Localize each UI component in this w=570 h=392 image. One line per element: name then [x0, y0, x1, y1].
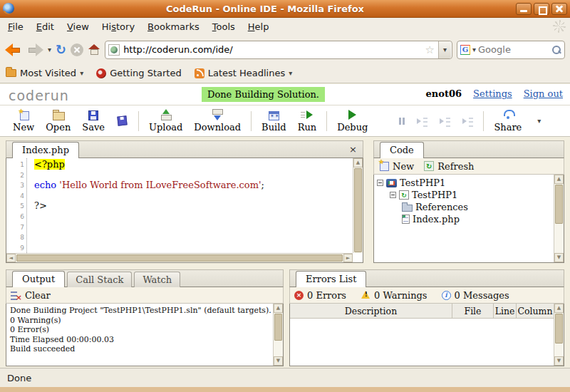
tab-output[interactable]: Output: [12, 271, 65, 287]
maximize-button[interactable]: [534, 3, 549, 15]
menu-bookmarks[interactable]: Bookmarks: [141, 19, 206, 34]
menu-history[interactable]: History: [95, 19, 141, 34]
save-all-button[interactable]: [110, 114, 134, 128]
code-line: [34, 222, 353, 233]
string-literal: 'Hello World from ILoveFreeSoftware.com': [59, 180, 261, 190]
code-area[interactable]: 12 34 56 78 9 <?php echo 'Hello World fr…: [6, 158, 353, 253]
scrollbar-thumb[interactable]: [16, 254, 343, 262]
upload-button[interactable]: Upload: [143, 108, 188, 134]
scroll-up-icon[interactable]: ▲: [274, 304, 283, 313]
close-tab-icon[interactable]: ×: [349, 145, 357, 154]
pause-button: [393, 114, 410, 128]
status-bar: Done: [0, 368, 570, 387]
tab-errors-list[interactable]: Errors List: [296, 271, 366, 287]
bookmark-latest-headlines[interactable]: Latest Headlines ▾: [195, 68, 293, 78]
minimize-button[interactable]: [516, 3, 532, 15]
run-icon: [301, 110, 313, 119]
save-button[interactable]: Save: [76, 108, 110, 134]
scrollbar-thumb[interactable]: [555, 185, 563, 224]
clear-button[interactable]: Clear: [11, 290, 51, 301]
tree-item-references[interactable]: References: [377, 201, 554, 213]
tree-item-index-php[interactable]: Index.php: [377, 213, 554, 225]
tab-watch[interactable]: Watch: [134, 272, 180, 287]
bookmark-star-icon[interactable]: ☆: [425, 43, 435, 56]
bookmark-most-visited[interactable]: Most Visited ▾: [6, 68, 83, 78]
reload-button[interactable]: ↻: [56, 43, 66, 56]
url-dropdown-button[interactable]: ▾: [438, 41, 451, 58]
tab-call-stack[interactable]: Call Stack: [67, 272, 132, 287]
forward-button[interactable]: [26, 43, 43, 56]
scroll-down-icon[interactable]: ▼: [554, 253, 564, 262]
scroll-left-icon[interactable]: ◄: [6, 254, 16, 262]
button-label: Share: [494, 122, 522, 133]
editor-body[interactable]: 12 34 56 78 9 <?php echo 'Hello World fr…: [6, 158, 363, 263]
column-column[interactable]: Column: [517, 304, 554, 319]
scrollbar-thumb[interactable]: [555, 314, 563, 344]
download-button[interactable]: Download: [188, 108, 247, 134]
signout-link[interactable]: Sign out: [524, 88, 563, 99]
menu-view[interactable]: View: [61, 19, 95, 34]
home-button[interactable]: [88, 44, 100, 56]
open-button[interactable]: Open: [40, 108, 76, 134]
collapse-icon[interactable]: [377, 180, 383, 186]
debug-button[interactable]: Debug: [331, 108, 373, 134]
url-bar[interactable]: ☆ ▾: [105, 41, 452, 59]
scroll-up-icon[interactable]: ▲: [353, 158, 363, 167]
php-file-icon: [402, 215, 410, 224]
run-button[interactable]: Run: [292, 108, 323, 134]
build-status-banner: Done Building Solution.: [202, 87, 325, 102]
solution-tree-body: TestPHP1 ↻ TestPHP1 References Index.php: [373, 175, 564, 263]
errors-vertical-scrollbar[interactable]: ▲ ▼: [554, 304, 564, 366]
build-button[interactable]: Build: [256, 108, 292, 134]
back-button[interactable]: [5, 43, 22, 56]
close-button[interactable]: [551, 3, 567, 15]
menu-edit[interactable]: Edit: [30, 19, 61, 34]
debug-icon: [348, 110, 356, 120]
errors-count[interactable]: × 0 Errors: [294, 290, 346, 301]
menu-help[interactable]: Help: [242, 19, 276, 34]
tree-item-project[interactable]: ↻ TestPHP1: [377, 189, 554, 201]
editor-horizontal-scrollbar[interactable]: ◄ ►: [6, 253, 353, 262]
scrollbar-thumb[interactable]: [274, 314, 282, 341]
search-magnifier-icon[interactable]: [551, 45, 561, 55]
new-button[interactable]: New: [7, 108, 40, 134]
scroll-right-icon[interactable]: ►: [343, 254, 353, 262]
share-button[interactable]: Share: [488, 108, 527, 134]
messages-count[interactable]: i 0 Messages: [442, 290, 509, 301]
settings-link[interactable]: Settings: [473, 88, 512, 99]
tree-item-solution[interactable]: TestPHP1: [377, 177, 554, 189]
column-line[interactable]: Line: [494, 304, 517, 319]
tab-code[interactable]: Code: [380, 142, 424, 158]
scroll-down-icon[interactable]: ▼: [274, 356, 283, 366]
column-file[interactable]: File: [452, 304, 494, 319]
step-over-button: [433, 114, 456, 128]
scroll-up-icon[interactable]: ▲: [554, 304, 564, 313]
share-dropdown-icon[interactable]: ▾: [537, 117, 541, 125]
url-input[interactable]: [123, 44, 421, 55]
editor-vertical-scrollbar[interactable]: ▲: [353, 158, 363, 253]
menu-file[interactable]: File: [1, 19, 30, 34]
search-box[interactable]: G ▾: [457, 41, 565, 59]
scrollbar-thumb[interactable]: [354, 168, 362, 252]
menu-tools[interactable]: Tools: [206, 19, 242, 34]
search-input[interactable]: [478, 44, 549, 55]
google-engine-icon[interactable]: G: [460, 45, 470, 55]
button-label: Refresh: [437, 161, 474, 172]
stop-button[interactable]: [71, 43, 83, 56]
code-lines[interactable]: <?php echo 'Hello World from ILoveFreeSo…: [27, 158, 353, 253]
column-description[interactable]: Description: [290, 304, 452, 319]
tree-refresh-button[interactable]: ↻ Refresh: [424, 161, 474, 172]
history-dropdown-icon[interactable]: ▾: [48, 46, 51, 53]
warnings-count[interactable]: 0 Warnings: [361, 290, 428, 301]
tab-index-php[interactable]: Index.php: [12, 142, 79, 158]
bookmark-getting-started[interactable]: Getting Started: [96, 68, 182, 78]
tree-vertical-scrollbar[interactable]: ▲ ▼: [554, 175, 564, 262]
scroll-up-icon[interactable]: ▲: [554, 175, 564, 184]
editor-panel: Index.php × 12 34 56 78 9 <?php echo 'He…: [6, 140, 363, 263]
search-engine-dropdown-icon[interactable]: ▾: [472, 46, 476, 53]
errors-tab-strip: Errors List: [289, 269, 564, 287]
collapse-icon[interactable]: [390, 192, 396, 198]
output-vertical-scrollbar[interactable]: ▲ ▼: [273, 304, 283, 366]
scroll-down-icon[interactable]: ▼: [554, 356, 564, 366]
tree-new-button[interactable]: New: [378, 161, 414, 172]
